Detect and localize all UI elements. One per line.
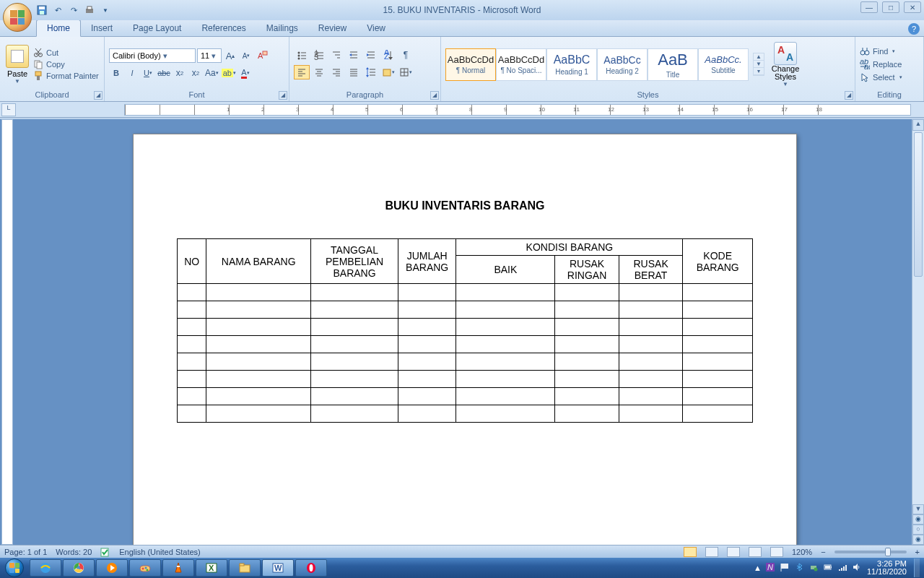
tray-onenote-icon[interactable]: N [766,563,776,573]
shrink-font-button[interactable]: A▾ [239,48,253,63]
taskbar-explorer[interactable] [229,559,261,577]
table-row[interactable] [178,405,753,423]
show-hidden-icons[interactable]: ▲ [754,564,762,572]
horizontal-ruler[interactable]: 123456789101112131415161718 [124,104,911,116]
font-color-button[interactable]: A▾ [238,66,253,80]
taskbar-chrome[interactable] [63,559,95,577]
status-page[interactable]: Page: 1 of 1 [4,548,47,556]
shading-button[interactable]: ▾ [380,65,396,79]
align-right-button[interactable] [328,65,344,79]
subscript-button[interactable]: x2 [173,66,187,80]
table-row[interactable] [178,336,753,353]
proofing-icon[interactable] [100,547,110,557]
select-button[interactable]: Select▾ [860,71,902,84]
qat-undo-icon[interactable]: ↶ [52,4,64,16]
page[interactable]: BUKU INVENTARIS BARANG NO NAMA BARANG TA… [133,134,797,545]
paste-button[interactable]: Paste ▼ [4,45,30,85]
taskbar-word[interactable]: W [262,559,294,577]
maximize-button[interactable]: □ [882,1,899,13]
tray-power-icon[interactable] [824,563,834,573]
tab-insert[interactable]: Insert [81,20,123,36]
multilevel-list-button[interactable] [328,48,344,62]
sort-button[interactable]: AZ [380,48,396,62]
status-language[interactable]: English (United States) [119,548,201,556]
borders-button[interactable]: ▾ [398,65,414,79]
zoom-level[interactable]: 120% [792,548,812,556]
styles-dialog-launcher[interactable]: ◢ [845,91,853,100]
scroll-up-button[interactable]: ▲ [912,119,924,131]
italic-button[interactable]: I [125,66,139,80]
find-button[interactable]: Find▾ [860,45,902,58]
table-row[interactable] [178,371,753,388]
style-item-0[interactable]: AaBbCcDd¶ Normal [445,48,496,81]
clear-formatting-button[interactable]: A [255,48,269,63]
zoom-in-button[interactable]: + [915,548,920,556]
qat-save-icon[interactable] [36,4,48,16]
justify-button[interactable] [346,65,362,79]
style-item-2[interactable]: AaBbCHeading 1 [546,48,597,81]
tray-bluetooth-icon[interactable] [795,563,805,573]
qat-print-icon[interactable] [84,4,95,16]
cut-button[interactable]: Cut [33,48,99,58]
web-layout-view-button[interactable] [727,547,740,557]
underline-button[interactable]: U▾ [141,66,155,80]
tray-safely-remove-icon[interactable] [809,563,819,573]
qat-customize-icon[interactable]: ▼ [100,4,111,16]
paragraph-dialog-launcher[interactable]: ◢ [430,91,439,100]
font-size-combo[interactable]: 11▾ [197,48,222,63]
qat-redo-icon[interactable]: ↷ [68,4,79,16]
scroll-thumb[interactable] [914,132,923,277]
close-button[interactable]: ✕ [904,1,921,13]
tab-home[interactable]: Home [36,20,81,37]
copy-button[interactable]: Copy [33,59,99,69]
vertical-ruler[interactable] [1,119,13,545]
table-row[interactable] [178,284,753,301]
office-button[interactable] [3,3,32,32]
full-screen-view-button[interactable] [705,547,718,557]
taskbar-vlc[interactable] [162,559,194,577]
table-row[interactable] [178,353,753,371]
taskbar-paint[interactable] [129,559,161,577]
strikethrough-button[interactable]: abc [157,66,171,80]
change-styles-button[interactable]: Change Styles ▼ [769,42,802,87]
outline-view-button[interactable] [749,547,762,557]
minimize-button[interactable]: — [860,1,878,13]
styles-scroll[interactable]: ▲▼▾ [753,53,764,76]
bullets-button[interactable] [294,48,310,62]
replace-button[interactable]: abacReplace [860,58,902,71]
show-desktop-button[interactable] [914,558,920,577]
taskbar-wmp[interactable] [96,559,128,577]
scroll-down-button[interactable]: ▼ [912,504,924,514]
bold-button[interactable]: B [109,66,123,80]
format-painter-button[interactable]: Format Painter [33,71,99,81]
highlight-button[interactable]: ab▾ [221,66,237,80]
table-row[interactable] [178,319,753,336]
print-layout-view-button[interactable] [684,547,697,557]
tab-view[interactable]: View [357,20,396,36]
align-center-button[interactable] [311,65,327,79]
font-name-combo[interactable]: Calibri (Body)▾ [109,48,196,63]
tab-page-layout[interactable]: Page Layout [123,20,191,36]
increase-indent-button[interactable] [363,48,379,62]
style-item-4[interactable]: AaBTitle [648,48,698,81]
style-item-3[interactable]: AaBbCcHeading 2 [597,48,648,81]
tray-clock[interactable]: 3:26 PM 11/18/2020 [867,560,907,576]
taskbar-opera[interactable] [295,559,327,577]
numbering-button[interactable]: 123 [311,48,327,62]
tray-network-icon[interactable] [838,563,848,573]
taskbar-ie[interactable] [30,559,61,577]
tray-flag-icon[interactable] [780,563,790,573]
clipboard-dialog-launcher[interactable]: ◢ [94,91,103,100]
zoom-out-button[interactable]: − [821,548,825,556]
vertical-scrollbar[interactable]: ▲ ▼ ◉ ○ ◉ [912,119,924,545]
style-item-5[interactable]: AaBbCc.Subtitle [698,48,749,81]
superscript-button[interactable]: x2 [188,66,203,80]
align-left-button[interactable] [294,65,310,79]
prev-page-button[interactable]: ◉ [912,514,924,525]
styles-gallery[interactable]: AaBbCcDd¶ NormalAaBbCcDd¶ No Spaci...AaB… [445,48,749,81]
line-spacing-button[interactable] [363,65,379,79]
taskbar-excel[interactable]: X [196,559,227,577]
tab-review[interactable]: Review [308,20,357,36]
status-words[interactable]: Words: 20 [56,548,92,556]
table-row[interactable] [178,301,753,319]
